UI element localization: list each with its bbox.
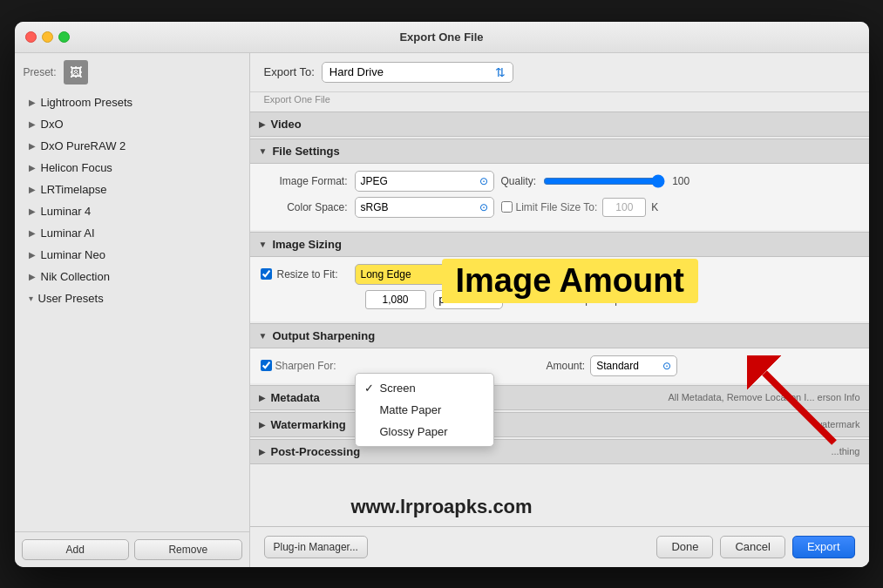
metadata-section-header[interactable]: ▶ Metadata All Metadata, Remove Location…	[250, 385, 869, 410]
triangle-right-icon: ▶	[259, 420, 266, 429]
color-space-select[interactable]: sRGB ⊙	[355, 197, 494, 218]
sidebar-items-list: ▶ Lightroom Presets ▶ DxO ▶ DxO PureRAW …	[15, 88, 249, 531]
export-to-value: Hard Drive	[329, 65, 490, 78]
file-settings-header[interactable]: ▼ File Settings	[250, 139, 869, 164]
sharpen-for-checkbox[interactable]	[261, 360, 272, 371]
dimension-value-input[interactable]	[365, 290, 426, 309]
remove-preset-button[interactable]: Remove	[134, 539, 242, 560]
output-sharpening-header[interactable]: ▼ Output Sharpening	[250, 323, 869, 348]
quality-row: Quality: 100	[501, 174, 699, 188]
chevron-right-icon: ▶	[29, 98, 36, 107]
triangle-down-icon: ▼	[259, 146, 268, 156]
sidebar-item-lrtimelapse[interactable]: ▶ LRTimelapse	[15, 179, 249, 200]
resize-to-fit-checkbox[interactable]	[261, 268, 272, 280]
export-sub-label: Export One File	[250, 92, 869, 106]
plugin-manager-button[interactable]: Plug-in Manager...	[264, 536, 368, 558]
add-preset-button[interactable]: Add	[22, 539, 130, 560]
file-settings-content: Image Format: JPEG ⊙ Quality: 100 Color …	[250, 164, 869, 230]
sidebar-item-label: Luminar AI	[41, 226, 95, 240]
image-amount-annotation: Image Amount	[442, 259, 699, 303]
watermarking-section-header[interactable]: ▶ Watermarking watermark	[250, 412, 869, 437]
bottom-right-buttons: Done Cancel Export	[656, 536, 854, 558]
sidebar-item-lightroom-presets[interactable]: ▶ Lightroom Presets	[15, 91, 249, 113]
file-settings-label: File Settings	[272, 145, 339, 158]
sidebar-item-label: DxO	[41, 118, 64, 131]
post-processing-summary: ...thing	[831, 446, 859, 456]
sharpen-for-checkbox-label[interactable]: Sharpen For:	[261, 360, 348, 372]
sharpen-for-dropdown[interactable]: Screen Matte Paper Glossy Paper	[355, 373, 494, 447]
limit-file-size-checkbox[interactable]	[501, 201, 513, 213]
chevron-right-icon: ▶	[29, 228, 36, 238]
chevron-right-icon: ▶	[29, 119, 36, 129]
sidebar-item-helicon-focus[interactable]: ▶ Helicon Focus	[15, 157, 249, 179]
watermarking-section-label: Watermarking	[271, 418, 346, 431]
limit-file-size-input[interactable]	[602, 198, 646, 217]
resize-to-fit-value: Long Edge	[361, 268, 453, 280]
sidebar-item-nik-collection[interactable]: ▶ Nik Collection	[15, 266, 249, 287]
chevron-right-icon: ▶	[29, 272, 36, 281]
sidebar-item-label: Lightroom Presets	[41, 96, 133, 109]
image-sizing-header[interactable]: ▼ Image Sizing	[250, 232, 869, 257]
triangle-right-icon: ▶	[259, 393, 266, 402]
sidebar-item-label: DxO PureRAW 2	[41, 139, 126, 152]
main-content: Export To: Hard Drive ⇅ Export One File …	[250, 53, 869, 567]
select-arrow-icon: ⊙	[479, 175, 488, 187]
preset-label: Preset:	[24, 66, 57, 78]
sidebar: Preset: 🖼 ▶ Lightroom Presets ▶ DxO ▶ Dx…	[15, 53, 250, 567]
quality-slider[interactable]	[543, 174, 665, 188]
limit-file-size-row: Limit File Size To: K	[501, 198, 659, 217]
chevron-right-icon: ▶	[29, 250, 36, 260]
post-processing-section-header[interactable]: ▶ Post-Processing ...thing	[250, 439, 869, 464]
annotation-text: Image Amount	[456, 262, 685, 299]
done-button[interactable]: Done	[656, 536, 713, 558]
sidebar-item-luminar-neo[interactable]: ▶ Luminar Neo	[15, 244, 249, 266]
cancel-button[interactable]: Cancel	[720, 536, 785, 558]
sidebar-item-dxo[interactable]: ▶ DxO	[15, 113, 249, 135]
amount-label: Amount:	[547, 360, 586, 372]
export-to-select[interactable]: Hard Drive ⇅	[322, 62, 513, 83]
export-button[interactable]: Export	[792, 536, 855, 558]
video-section-label: Video	[271, 118, 302, 131]
dropdown-item-matte-paper[interactable]: Matte Paper	[356, 399, 493, 421]
close-button[interactable]	[25, 31, 37, 43]
title-bar: Export One File	[15, 22, 869, 53]
image-icon: 🖼	[70, 65, 82, 79]
image-format-row: Image Format: JPEG ⊙ Quality: 100	[261, 171, 859, 192]
dropdown-item-glossy-paper[interactable]: Glossy Paper	[356, 421, 493, 443]
sidebar-item-luminar-ai[interactable]: ▶ Luminar AI	[15, 222, 249, 244]
chevron-right-icon: ▶	[29, 206, 36, 216]
sidebar-item-dxo-pureraw[interactable]: ▶ DxO PureRAW 2	[15, 135, 249, 157]
post-processing-section-label: Post-Processing	[271, 445, 361, 458]
export-to-label: Export To:	[264, 65, 315, 78]
metadata-summary: All Metadata, Remove Location I... erson…	[668, 392, 859, 402]
color-space-row: Color Space: sRGB ⊙ Limit File Size To: …	[261, 197, 859, 218]
amount-row: Amount: Standard ⊙	[547, 355, 678, 376]
website-watermark: www.lrproapks.com	[15, 496, 869, 518]
triangle-down-icon: ▼	[259, 240, 268, 249]
maximize-button[interactable]	[58, 31, 70, 43]
metadata-section-label: Metadata	[271, 391, 320, 404]
sections-area: ▶ Video ▼ File Settings Image Format: JP…	[250, 106, 869, 526]
image-format-value: JPEG	[361, 175, 474, 187]
minimize-button[interactable]	[42, 31, 53, 43]
select-arrow-icon: ⊙	[662, 360, 671, 372]
resize-to-fit-checkbox-label[interactable]: Resize to Fit:	[261, 268, 348, 280]
export-to-row: Export To: Hard Drive ⇅	[250, 53, 869, 92]
sidebar-item-luminar4[interactable]: ▶ Luminar 4	[15, 200, 249, 222]
select-arrows-icon: ⇅	[495, 65, 506, 79]
resize-to-fit-label: Resize to Fit:	[277, 268, 338, 280]
dropdown-item-screen[interactable]: Screen	[356, 377, 493, 399]
sidebar-bottom: Add Remove	[15, 531, 249, 567]
dialog-body: Preset: 🖼 ▶ Lightroom Presets ▶ DxO ▶ Dx…	[15, 53, 869, 567]
image-sizing-label: Image Sizing	[272, 238, 341, 251]
dialog-window: Export One File Preset: 🖼 ▶ Lightroom Pr…	[15, 22, 869, 567]
watermarking-summary: watermark	[815, 419, 859, 429]
limit-file-size-unit: K	[651, 201, 658, 213]
amount-select[interactable]: Standard ⊙	[590, 355, 677, 376]
sharpen-row: Sharpen For: Screen Matte Paper Glossy P…	[261, 355, 859, 376]
image-format-select[interactable]: JPEG ⊙	[355, 171, 494, 192]
video-section-header[interactable]: ▶ Video	[250, 112, 869, 137]
limit-file-size-label: Limit File Size To:	[516, 201, 598, 213]
sidebar-item-user-presets[interactable]: ▾ User Presets	[15, 287, 249, 309]
limit-file-size-checkbox-label[interactable]: Limit File Size To:	[501, 201, 598, 213]
